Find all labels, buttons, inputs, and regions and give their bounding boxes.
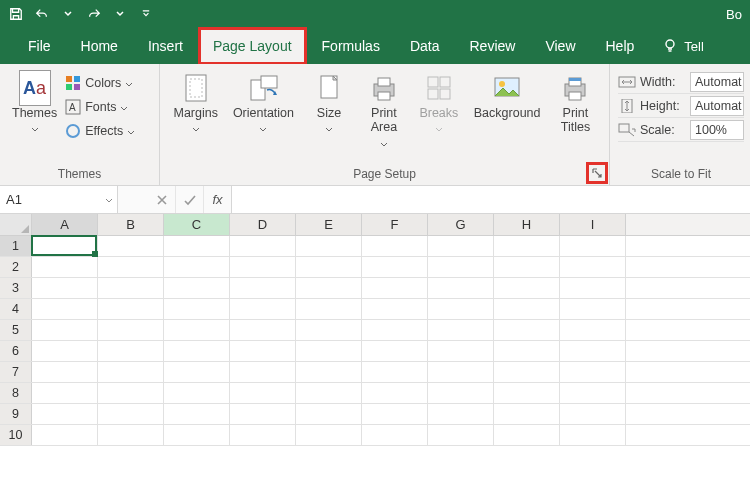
column-header[interactable]: B xyxy=(98,214,164,235)
cell[interactable] xyxy=(494,362,560,382)
tab-page-layout[interactable]: Page Layout xyxy=(199,28,306,64)
themes-button[interactable]: Aa Themes xyxy=(8,70,61,138)
enter-formula-button[interactable] xyxy=(176,186,204,213)
cell[interactable] xyxy=(98,404,164,424)
cell[interactable] xyxy=(32,299,98,319)
cell[interactable] xyxy=(428,236,494,256)
cell[interactable] xyxy=(494,383,560,403)
column-header[interactable]: E xyxy=(296,214,362,235)
cell[interactable] xyxy=(560,425,626,445)
column-header[interactable]: A xyxy=(32,214,98,235)
name-box-input[interactable] xyxy=(6,192,86,207)
cell[interactable] xyxy=(230,362,296,382)
row-header[interactable]: 6 xyxy=(0,341,32,361)
width-dropdown[interactable]: Automat xyxy=(690,72,744,92)
cell[interactable] xyxy=(32,278,98,298)
cell[interactable] xyxy=(230,341,296,361)
row-header[interactable]: 2 xyxy=(0,257,32,277)
column-header[interactable]: D xyxy=(230,214,296,235)
cell[interactable] xyxy=(428,341,494,361)
cell[interactable] xyxy=(362,236,428,256)
row-header[interactable]: 4 xyxy=(0,299,32,319)
size-button[interactable]: Size xyxy=(305,70,353,138)
cell[interactable] xyxy=(560,320,626,340)
undo-dropdown[interactable] xyxy=(58,4,78,24)
cell[interactable] xyxy=(296,257,362,277)
print-area-button[interactable]: Print Area xyxy=(360,70,408,153)
cell[interactable] xyxy=(230,320,296,340)
column-header[interactable]: H xyxy=(494,214,560,235)
page-setup-dialog-launcher[interactable] xyxy=(589,165,605,181)
cell[interactable] xyxy=(32,257,98,277)
save-icon[interactable] xyxy=(6,4,26,24)
tell-me[interactable]: Tell xyxy=(650,28,704,64)
row-header[interactable]: 1 xyxy=(0,236,32,256)
cell[interactable] xyxy=(494,236,560,256)
cell[interactable] xyxy=(230,404,296,424)
cell[interactable] xyxy=(98,299,164,319)
cell[interactable] xyxy=(494,299,560,319)
cell[interactable] xyxy=(164,236,230,256)
cell[interactable] xyxy=(362,299,428,319)
cell[interactable] xyxy=(164,299,230,319)
cell[interactable] xyxy=(362,362,428,382)
cell[interactable] xyxy=(494,341,560,361)
cell[interactable] xyxy=(98,236,164,256)
cell[interactable] xyxy=(98,362,164,382)
cell[interactable] xyxy=(560,299,626,319)
cell[interactable] xyxy=(362,320,428,340)
cell[interactable] xyxy=(560,257,626,277)
cell[interactable] xyxy=(560,404,626,424)
column-header[interactable]: F xyxy=(362,214,428,235)
cell[interactable] xyxy=(98,257,164,277)
cell[interactable] xyxy=(428,404,494,424)
tab-help[interactable]: Help xyxy=(592,28,649,64)
cell[interactable] xyxy=(98,341,164,361)
tab-review[interactable]: Review xyxy=(456,28,530,64)
row-header[interactable]: 10 xyxy=(0,425,32,445)
formula-input[interactable] xyxy=(232,186,750,213)
cell[interactable] xyxy=(296,236,362,256)
cell[interactable] xyxy=(494,278,560,298)
redo-button[interactable] xyxy=(84,4,104,24)
cell[interactable] xyxy=(362,278,428,298)
cell[interactable] xyxy=(428,320,494,340)
orientation-button[interactable]: Orientation xyxy=(229,70,298,138)
row-header[interactable]: 7 xyxy=(0,362,32,382)
height-dropdown[interactable]: Automat xyxy=(690,96,744,116)
cell[interactable] xyxy=(362,257,428,277)
scale-spinner[interactable]: 100% xyxy=(690,120,744,140)
tab-home[interactable]: Home xyxy=(67,28,132,64)
tab-insert[interactable]: Insert xyxy=(134,28,197,64)
cell[interactable] xyxy=(296,383,362,403)
cell[interactable] xyxy=(428,425,494,445)
cell[interactable] xyxy=(560,362,626,382)
cell[interactable] xyxy=(32,341,98,361)
cell[interactable] xyxy=(296,299,362,319)
cell[interactable] xyxy=(164,341,230,361)
qat-customize-dropdown[interactable] xyxy=(136,4,156,24)
background-button[interactable]: Background xyxy=(470,70,545,122)
cell[interactable] xyxy=(560,383,626,403)
cell[interactable] xyxy=(428,257,494,277)
cell[interactable] xyxy=(362,341,428,361)
margins-button[interactable]: Margins xyxy=(169,70,221,138)
tab-data[interactable]: Data xyxy=(396,28,454,64)
cell[interactable] xyxy=(494,425,560,445)
cell[interactable] xyxy=(230,383,296,403)
cell[interactable] xyxy=(164,278,230,298)
cell[interactable] xyxy=(362,383,428,403)
column-header[interactable]: C xyxy=(164,214,230,235)
cell[interactable] xyxy=(230,236,296,256)
cell[interactable] xyxy=(296,362,362,382)
cell[interactable] xyxy=(164,320,230,340)
fonts-button[interactable]: A Fonts xyxy=(65,96,135,118)
cell[interactable] xyxy=(164,404,230,424)
breaks-button[interactable]: Breaks xyxy=(415,70,463,138)
cell[interactable] xyxy=(164,362,230,382)
cell[interactable] xyxy=(32,404,98,424)
cell[interactable] xyxy=(164,383,230,403)
cell[interactable] xyxy=(362,404,428,424)
cell[interactable] xyxy=(560,341,626,361)
cell[interactable] xyxy=(32,383,98,403)
